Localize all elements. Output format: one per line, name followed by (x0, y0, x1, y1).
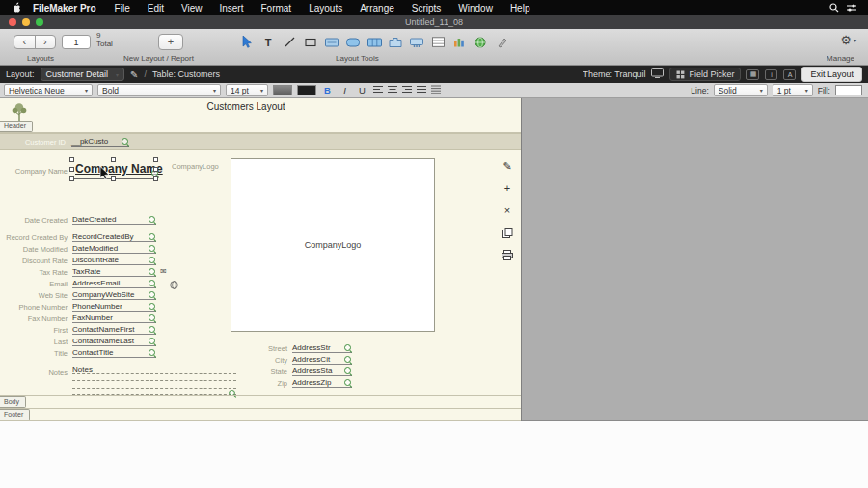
chart-tool-icon[interactable] (451, 35, 467, 49)
format-painter-tool-icon[interactable] (494, 35, 509, 49)
add-record-icon[interactable]: + (501, 181, 514, 195)
discount-rate-field[interactable]: DiscountRate (72, 255, 156, 265)
menu-insert[interactable]: Insert (210, 3, 252, 14)
select-tool-icon[interactable] (239, 35, 255, 49)
rectangle-tool-icon[interactable] (303, 35, 318, 49)
app-name[interactable]: FileMaker Pro (25, 3, 106, 14)
line-style-select[interactable]: Solid ▾ (714, 84, 768, 96)
badge-magnifier-icon (148, 325, 156, 334)
apple-menu[interactable] (8, 2, 25, 14)
highlight-color-swatch[interactable] (297, 85, 316, 95)
manage-menu-button[interactable]: ⚙ ▾ (840, 33, 856, 47)
phone-number-field[interactable]: PhoneNumber (72, 301, 156, 312)
dynamic-text-icon[interactable]: A (783, 69, 796, 80)
font-select-value: Helvetica Neue (9, 86, 65, 95)
text-color-swatch[interactable] (273, 85, 292, 95)
line-tool-icon[interactable] (282, 35, 297, 49)
selection-handle[interactable] (111, 176, 116, 181)
control-center-icon[interactable] (843, 3, 860, 13)
align-right-button[interactable] (402, 85, 412, 95)
notes-field[interactable]: Notes (72, 366, 236, 396)
menu-view[interactable]: View (173, 3, 211, 14)
address-email-field[interactable]: AddressEmail (72, 278, 156, 288)
font-style-value: Bold (102, 86, 119, 95)
info-icon[interactable]: i (765, 69, 777, 80)
print-icon[interactable] (501, 248, 514, 261)
menu-format[interactable]: Format (252, 3, 300, 14)
text-tool-icon[interactable]: T (260, 35, 276, 49)
line-label: Line: (691, 86, 708, 95)
menu-layouts[interactable]: Layouts (300, 3, 351, 14)
menu-arrange[interactable]: Arrange (351, 3, 403, 14)
button-bar-tool-icon[interactable] (366, 35, 382, 49)
date-modified-field[interactable]: DateModified (72, 243, 156, 254)
duplicate-record-icon[interactable] (501, 226, 514, 239)
guides-icon[interactable]: ▦ (746, 69, 759, 80)
selection-handle[interactable] (69, 176, 74, 181)
customer-id-field[interactable]: __pkCusto (71, 134, 129, 147)
align-justify-button[interactable] (417, 85, 426, 95)
menu-help[interactable]: Help (502, 3, 539, 14)
contact-title-field[interactable]: ContactTitle (72, 347, 156, 358)
web-viewer-tool-icon[interactable] (473, 35, 488, 49)
address-street-field[interactable]: AddressStr (292, 342, 352, 353)
line-weight-select[interactable]: 1 pt ▾ (773, 84, 813, 96)
layout-title-text[interactable]: Customers Layout (154, 101, 338, 112)
footer-part-tab[interactable]: Footer (0, 409, 30, 420)
menu-window[interactable]: Window (449, 3, 502, 14)
bold-button[interactable]: B (321, 85, 334, 95)
address-state-field[interactable]: AddressSta (292, 366, 352, 376)
record-created-by-field[interactable]: RecordCreatedBy (72, 231, 156, 242)
button-tool-icon[interactable] (345, 35, 361, 49)
contact-name-last-field[interactable]: ContactNameLast (72, 336, 156, 346)
slide-control-tool-icon[interactable] (409, 35, 424, 49)
font-size-select[interactable]: 14 pt ▾ (226, 84, 268, 96)
menu-scripts[interactable]: Scripts (403, 3, 450, 14)
field-picker-button[interactable]: Field Picker (669, 68, 741, 81)
font-style-select[interactable]: Bold ▾ (97, 84, 221, 96)
badge-magnifier-icon (343, 355, 352, 364)
layout-number-field[interactable]: 1 (62, 35, 91, 49)
fill-color-swatch[interactable] (835, 85, 862, 95)
back-button[interactable]: ‹ (14, 36, 35, 48)
selection-handle[interactable] (111, 157, 116, 162)
layout-canvas[interactable]: Customers Layout Header Customer ID __pk… (0, 98, 522, 421)
menu-edit[interactable]: Edit (139, 3, 173, 14)
edit-layout-pencil-icon[interactable]: ✎ (130, 69, 138, 80)
line-spacing-button[interactable] (431, 85, 441, 95)
underline-button[interactable]: U (356, 85, 368, 95)
forward-button[interactable]: › (36, 36, 56, 48)
selection-handle[interactable] (69, 157, 74, 162)
header-part-tab[interactable]: Header (0, 121, 33, 132)
fax-number-field[interactable]: FaxNumber (72, 312, 156, 323)
selection-handle[interactable] (153, 167, 158, 172)
screen-stencil-icon[interactable] (651, 68, 664, 80)
new-layout-button[interactable]: + (158, 34, 183, 50)
font-select[interactable]: Helvetica Neue ▾ (4, 84, 93, 96)
address-city-field[interactable]: AddressCit (292, 354, 352, 365)
selection-handle[interactable] (153, 157, 158, 162)
company-name-field-selected[interactable]: Company Name (72, 160, 155, 179)
selection-handle[interactable] (153, 176, 158, 181)
contact-name-first-field[interactable]: ContactNameFirst (72, 324, 156, 335)
selection-handle[interactable] (69, 167, 74, 172)
tax-rate-field[interactable]: TaxRate (72, 266, 156, 277)
portal-tool-icon[interactable] (430, 35, 446, 49)
exit-layout-button[interactable]: Exit Layout (801, 67, 862, 82)
company-web-site-field[interactable]: CompanyWebSite (72, 289, 156, 300)
date-created-field[interactable]: DateCreated (72, 214, 156, 225)
italic-button[interactable]: I (339, 85, 351, 95)
field-tool-icon[interactable] (324, 35, 339, 49)
tab-control-tool-icon[interactable] (388, 35, 403, 49)
menu-file[interactable]: File (106, 3, 139, 14)
align-center-button[interactable] (388, 85, 397, 95)
delete-record-icon[interactable]: × (501, 203, 514, 217)
address-zip-field[interactable]: AddressZip (292, 377, 352, 388)
align-left-button[interactable] (373, 85, 383, 95)
company-logo-container-field[interactable]: CompanyLogo (231, 158, 435, 332)
edit-pencil-icon[interactable]: ✎ (501, 159, 514, 173)
layout-select[interactable]: Customer Detail ▾ (41, 68, 125, 81)
spotlight-search-icon[interactable] (826, 3, 843, 13)
body-part-tab[interactable]: Body (0, 396, 26, 408)
field-row: StateAddressSta (220, 366, 355, 376)
